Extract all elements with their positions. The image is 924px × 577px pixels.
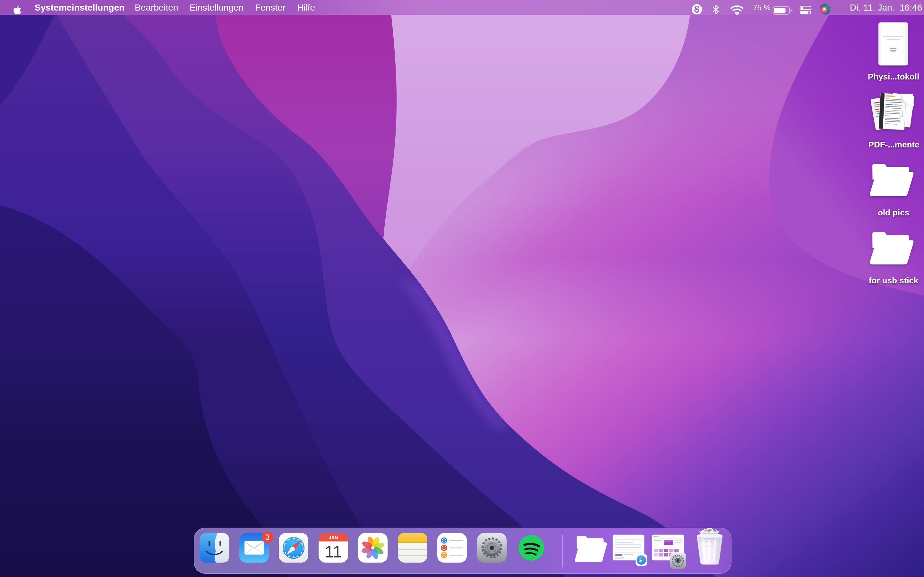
svg-text:JAN: JAN (329, 535, 338, 540)
svg-text:3: 3 (265, 533, 270, 542)
svg-text:11: 11 (325, 542, 342, 561)
